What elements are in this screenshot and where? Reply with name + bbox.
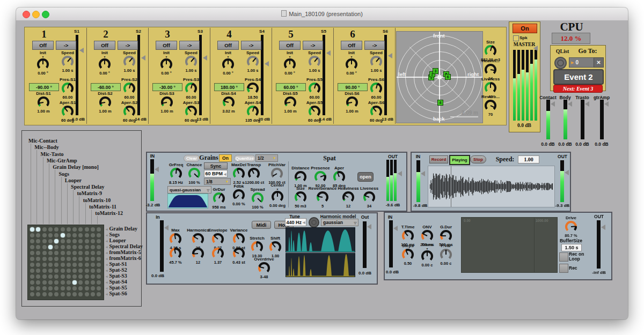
rec-on-loop-button[interactable]	[559, 252, 568, 262]
knob-dial[interactable]	[284, 96, 296, 108]
speed-knob[interactable]: Speed 1.00 s	[360, 50, 392, 73]
master-meter-bar[interactable]	[530, 50, 533, 121]
route-button[interactable]: ->	[364, 41, 385, 50]
master-meter[interactable]	[509, 22, 540, 132]
route-button[interactable]: ->	[303, 41, 323, 50]
off-button[interactable]: Off	[94, 41, 115, 50]
pres-knob[interactable]: Pres-S6 60.00	[360, 77, 392, 100]
knob-dial[interactable]	[160, 58, 172, 70]
off-button[interactable]: Off	[279, 41, 301, 50]
overdrive-knob[interactable]: Overdrive 3-48	[248, 257, 280, 279]
monitor-handle[interactable]	[604, 101, 609, 107]
knob-dial[interactable]	[363, 191, 375, 203]
monitor-meter[interactable]	[564, 100, 567, 139]
out-meter[interactable]	[386, 160, 389, 201]
grains-on-toggle[interactable]: On	[219, 154, 232, 162]
current-event-display[interactable]: Event 2	[553, 69, 604, 85]
knob-dial[interactable]	[342, 191, 354, 203]
knob-dial[interactable]	[62, 83, 74, 94]
out-meter[interactable]	[597, 220, 601, 269]
route-button[interactable]: ->	[241, 41, 261, 50]
monitor-handle[interactable]	[585, 101, 589, 107]
in-meter[interactable]	[416, 160, 420, 202]
qlist-bang-button[interactable]	[554, 57, 567, 69]
pres-knob[interactable]: Pres-S5 60.00	[298, 77, 331, 100]
knob-dial[interactable]	[247, 106, 259, 117]
out-meter[interactable]	[394, 160, 397, 201]
aper-knob[interactable]: Aper 85 deg	[323, 166, 355, 188]
knob-dial[interactable]	[271, 168, 283, 180]
knob-dial[interactable]	[565, 221, 577, 233]
knob-dial[interactable]	[62, 56, 74, 68]
pres-knob[interactable]: Pres-S2 60.00	[113, 77, 145, 100]
master-meter-bar[interactable]	[522, 50, 524, 121]
speed-knob[interactable]: Speed 1.00 s	[175, 50, 207, 73]
monitor-handle[interactable]	[568, 101, 572, 107]
source-marker[interactable]: 3	[433, 68, 438, 74]
speed-knob[interactable]: Speed 1.00 s	[113, 50, 145, 73]
out-meter[interactable]	[560, 160, 564, 202]
knob-dial[interactable]	[485, 45, 496, 57]
knob-dial[interactable]	[247, 83, 259, 94]
knob-dial[interactable]	[370, 56, 382, 68]
master-meter-bar[interactable]	[535, 50, 537, 121]
out-handle[interactable]	[398, 171, 402, 176]
knob-dial[interactable]	[170, 233, 181, 245]
record-button[interactable]: Record	[429, 155, 448, 163]
clear-x-button[interactable]: ✕	[594, 57, 604, 68]
knob-dial[interactable]	[38, 96, 49, 108]
knob-dial[interactable]	[37, 58, 49, 70]
source-marker[interactable]: 4	[437, 100, 443, 106]
titlebar[interactable]: Main_180109 (presentation)	[16, 8, 628, 21]
knob-dial[interactable]	[346, 96, 358, 108]
knob-dial[interactable]	[123, 106, 135, 117]
knob-dial[interactable]	[185, 83, 197, 94]
off-button[interactable]: Off	[32, 41, 54, 50]
spat-radar-display[interactable]: front back left right 2.09 m 1 2 3 4 5 6	[396, 31, 483, 123]
knob-dial[interactable]	[485, 100, 496, 111]
knob-dial[interactable]	[212, 233, 224, 245]
aper-knob[interactable]: Aper-S3 60 deg	[175, 100, 207, 123]
knob-dial[interactable]	[223, 96, 235, 108]
knob-dial[interactable]	[370, 83, 382, 94]
aper-knob[interactable]: Aper-S2 60 deg	[113, 100, 145, 123]
knob-dial[interactable]	[317, 191, 328, 203]
in-meter[interactable]	[150, 159, 154, 201]
aper-knob[interactable]: Aper-S6 60 deg	[360, 100, 392, 123]
knob-dial[interactable]	[346, 58, 357, 70]
tune-numbox[interactable]: 440 Hz ◀	[285, 218, 306, 226]
buffersize-numbox[interactable]: 1.50 s	[561, 244, 582, 251]
drive-knob[interactable]: Drive 80.7 %	[555, 215, 587, 238]
off-button[interactable]: Off	[217, 41, 239, 50]
out-meter[interactable]	[390, 160, 393, 201]
knob-dial[interactable]	[269, 241, 281, 253]
monitor-meter[interactable]	[600, 100, 604, 139]
aper-knob[interactable]: Aper-S1 60 deg	[52, 100, 84, 123]
knob-dial[interactable]	[99, 96, 111, 108]
off-button[interactable]: Off	[341, 41, 362, 50]
knob-dial[interactable]	[123, 83, 135, 94]
speed-numbox[interactable]: 1.00	[518, 155, 539, 163]
quantize-menu[interactable]: 1/2 ▼	[255, 154, 278, 162]
master-meter-bar[interactable]	[517, 50, 520, 121]
liveness-knob[interactable]: Liveness 34	[353, 186, 385, 209]
knob-dial[interactable]	[440, 249, 452, 260]
knob-dial[interactable]	[248, 168, 260, 180]
in-handle[interactable]	[421, 171, 425, 176]
knob-dial[interactable]	[185, 56, 197, 68]
knob-dial[interactable]	[62, 106, 74, 117]
open-button[interactable]: open	[357, 172, 374, 182]
speed-knob[interactable]: Speed 1.00 s	[52, 50, 84, 73]
knob-dial[interactable]	[309, 56, 320, 68]
pres-knob[interactable]: Pres-S3 60.00	[175, 77, 207, 100]
knob-dial[interactable]	[284, 58, 296, 70]
route-button[interactable]: ->	[179, 41, 200, 50]
knob-dial[interactable]	[161, 96, 173, 108]
knob-dial[interactable]	[272, 191, 283, 203]
knob-dial[interactable]	[485, 64, 496, 76]
goto-numbox[interactable]: ▶ 0	[569, 57, 594, 68]
monitor-meter[interactable]	[581, 100, 584, 139]
knob-dial[interactable]	[99, 58, 111, 70]
out-handle[interactable]	[601, 225, 605, 230]
knob-dial[interactable]	[440, 230, 452, 242]
